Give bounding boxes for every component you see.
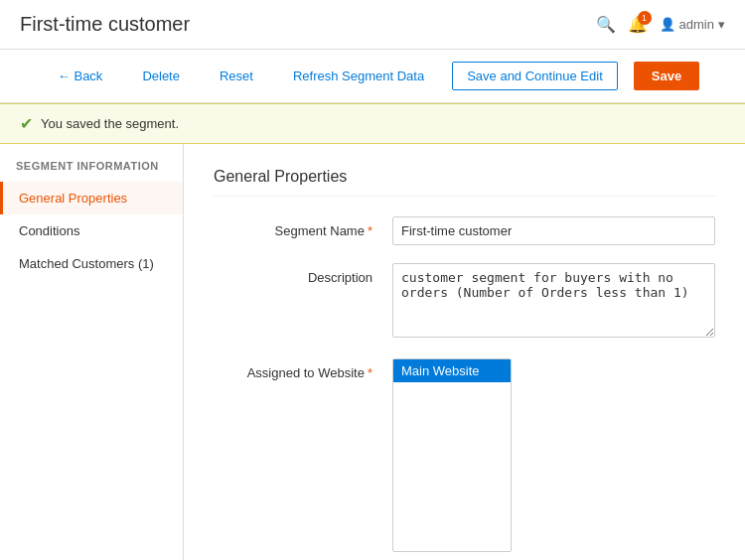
- toolbar: ← Back Delete Reset Refresh Segment Data…: [0, 50, 745, 103]
- required-indicator: *: [368, 223, 372, 238]
- website-listbox[interactable]: Main Website: [392, 358, 512, 552]
- success-banner: ✔ You saved the segment.: [0, 103, 745, 144]
- sidebar-item-label: General Properties: [19, 191, 127, 206]
- admin-label: admin: [679, 17, 714, 32]
- segment-name-row: Segment Name*: [214, 216, 715, 245]
- website-label: Assigned to Website*: [214, 358, 392, 380]
- sidebar-item-label: Conditions: [19, 223, 79, 238]
- main-layout: SEGMENT INFORMATION General Properties C…: [0, 144, 745, 560]
- segment-name-label: Segment Name*: [214, 216, 392, 238]
- page-header: First-time customer 🔍 🔔 1 👤 admin ▾: [0, 0, 745, 50]
- description-textarea[interactable]: customer segment for buyers with no orde…: [392, 263, 715, 338]
- website-row: Assigned to Website* Main Website: [214, 358, 715, 552]
- chevron-down-icon: ▾: [718, 17, 725, 32]
- sidebar-item-general-properties[interactable]: General Properties: [0, 182, 183, 214]
- reset-button[interactable]: Reset: [208, 63, 265, 89]
- description-control: customer segment for buyers with no orde…: [392, 263, 715, 341]
- website-control: Main Website: [392, 358, 715, 552]
- sidebar-item-matched-customers[interactable]: Matched Customers (1): [0, 247, 183, 280]
- description-label: Description: [214, 263, 392, 285]
- save-continue-button[interactable]: Save and Continue Edit: [452, 62, 618, 90]
- delete-button[interactable]: Delete: [130, 63, 192, 89]
- notifications-button[interactable]: 🔔 1: [628, 15, 648, 34]
- success-message: You saved the segment.: [41, 116, 179, 131]
- checkmark-icon: ✔: [20, 114, 33, 133]
- user-icon: 👤: [660, 17, 675, 32]
- segment-name-input[interactable]: [392, 216, 715, 245]
- back-button[interactable]: ← Back: [46, 63, 115, 89]
- admin-menu-button[interactable]: 👤 admin ▾: [660, 17, 725, 32]
- description-row: Description customer segment for buyers …: [214, 263, 715, 341]
- notification-badge: 1: [638, 11, 652, 25]
- section-title: General Properties: [214, 168, 715, 197]
- page-title: First-time customer: [20, 13, 190, 36]
- search-button[interactable]: 🔍: [596, 15, 616, 34]
- search-icon: 🔍: [596, 16, 616, 33]
- segment-name-control: [392, 216, 715, 245]
- sidebar-item-label: Matched Customers (1): [19, 256, 154, 271]
- sidebar-item-conditions[interactable]: Conditions: [0, 214, 183, 247]
- sidebar: SEGMENT INFORMATION General Properties C…: [0, 144, 184, 560]
- save-button[interactable]: Save: [634, 62, 699, 90]
- sidebar-section-title: SEGMENT INFORMATION: [0, 160, 183, 182]
- website-option[interactable]: Main Website: [393, 359, 511, 382]
- refresh-segment-button[interactable]: Refresh Segment Data: [281, 63, 436, 89]
- header-icons: 🔍 🔔 1 👤 admin ▾: [596, 15, 725, 34]
- main-content: General Properties Segment Name* Descrip…: [184, 144, 745, 560]
